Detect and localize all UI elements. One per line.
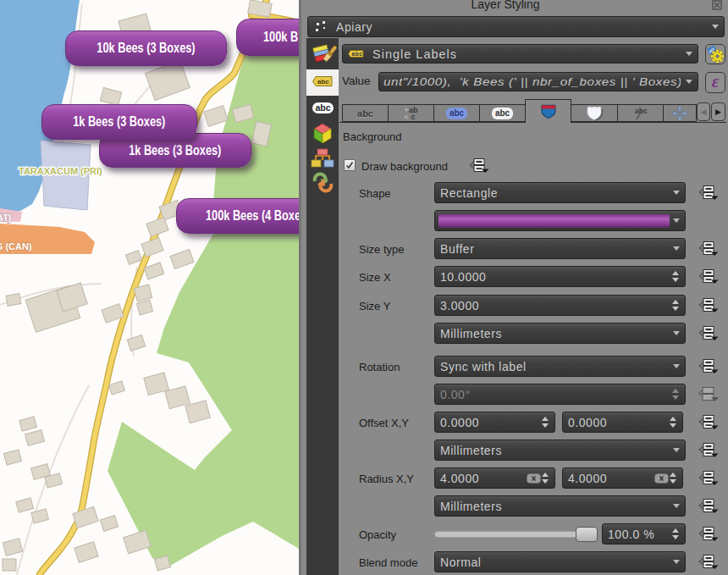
svg-text:abc: abc (317, 78, 329, 86)
svg-text:AT): AT) (0, 213, 12, 223)
svg-text:abc: abc (316, 102, 331, 113)
svg-text:S (CAN): S (CAN) (0, 241, 32, 252)
svg-text:abc: abc (352, 51, 363, 57)
svg-text:TARAXACUM (PRI): TARAXACUM (PRI) (19, 166, 102, 176)
